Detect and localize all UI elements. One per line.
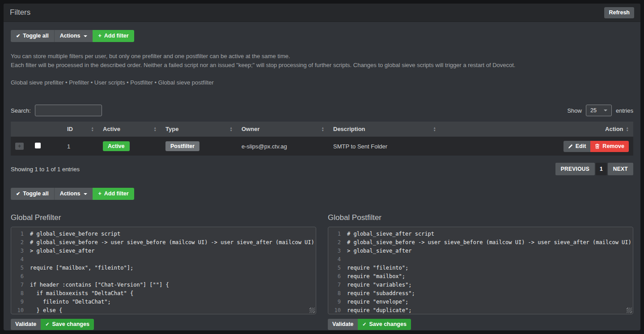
code-line: 3 > global_sieve_after xyxy=(328,247,633,255)
check-icon: ✔ xyxy=(16,34,20,38)
entries-label: entries xyxy=(616,107,633,114)
postfilter-editor[interactable]: 1 # global_sieve_after script 2 # global… xyxy=(328,227,633,314)
validate-button[interactable]: Validate xyxy=(328,319,358,330)
code-text: require "mailbox"; xyxy=(347,272,405,281)
line-number: 8 xyxy=(11,289,30,298)
refresh-button[interactable]: Refresh xyxy=(604,7,634,18)
add-filter-button[interactable]: + Add filter xyxy=(93,30,134,42)
edit-button[interactable]: Edit xyxy=(564,141,591,152)
row-checkbox[interactable] xyxy=(35,143,41,148)
active-badge[interactable]: Active xyxy=(103,141,130,151)
line-number: 6 xyxy=(328,272,347,281)
line-number: 9 xyxy=(328,298,347,306)
code-text: if header :contains ["Chat-Version"] [""… xyxy=(30,281,169,289)
page-size-wrap: Show 25 entries xyxy=(567,105,633,116)
header-active-label: Active xyxy=(103,126,120,132)
current-page[interactable]: 1 xyxy=(596,163,607,175)
toggle-all-button[interactable]: ✔ Toggle all xyxy=(11,30,54,42)
code-line: 4 xyxy=(11,255,316,264)
global-postfilter-section: Global Postfilter 1 # global_sieve_after… xyxy=(328,213,633,330)
filters-panel: Filters Refresh ✔ Toggle all Actions + A… xyxy=(4,4,640,330)
table-controls: Search: Show 25 entries xyxy=(11,105,633,116)
sort-icon: ▲▼ xyxy=(433,127,436,131)
sort-icon: ▲▼ xyxy=(91,127,94,131)
actions-button[interactable]: Actions xyxy=(54,30,93,42)
filters-page: Filters Refresh ✔ Toggle all Actions + A… xyxy=(0,0,644,334)
plus-icon: + xyxy=(98,190,101,197)
prefilter-editor[interactable]: 1 # global_sieve_before script 2 # globa… xyxy=(11,227,316,314)
code-line: 1 # global_sieve_after script xyxy=(328,230,633,238)
check-icon: ✓ xyxy=(45,322,49,327)
previous-page-button[interactable]: PREVIOUS xyxy=(555,163,595,175)
header-description[interactable]: Description ▲▼ xyxy=(329,122,441,136)
header-owner[interactable]: Owner ▲▼ xyxy=(237,122,329,136)
check-icon: ✔ xyxy=(16,191,20,196)
header-active[interactable]: Active ▲▼ xyxy=(98,122,161,136)
plus-icon: + xyxy=(18,144,21,149)
entries-summary: Showing 1 to 1 of 1 entries xyxy=(11,166,80,173)
actions-label: Actions xyxy=(60,33,80,39)
next-page-button[interactable]: NEXT xyxy=(608,163,633,175)
save-changes-button[interactable]: ✓ Save changes xyxy=(41,319,94,330)
code-line: 2 # global_sieve_before -> user sieve_be… xyxy=(11,238,316,247)
show-label: Show xyxy=(567,107,582,114)
line-number: 6 xyxy=(11,272,30,281)
validate-button[interactable]: Validate xyxy=(11,319,41,330)
row-expand-button[interactable]: + xyxy=(15,143,24,150)
postfilter-actions: Validate ✓ Save changes xyxy=(328,319,411,330)
search-label: Search: xyxy=(11,107,31,114)
line-number: 9 xyxy=(11,298,30,306)
info-line-1: You can store multiple filters per user,… xyxy=(11,53,290,59)
toggle-all-button[interactable]: ✔ Toggle all xyxy=(11,188,54,200)
prefilter-title: Global Prefilter xyxy=(11,213,316,222)
add-filter-label: Add filter xyxy=(104,33,129,39)
postfilter-code: 1 # global_sieve_after script 2 # global… xyxy=(328,230,633,314)
add-filter-label: Add filter xyxy=(104,190,129,197)
line-number: 1 xyxy=(11,230,30,238)
page-size-select[interactable]: 25 xyxy=(586,105,612,116)
code-text: } else { xyxy=(30,306,62,314)
validate-label: Validate xyxy=(15,321,36,328)
edit-label: Edit xyxy=(576,143,586,150)
resize-handle[interactable] xyxy=(309,308,315,313)
type-badge: Postfilter xyxy=(165,141,199,151)
cell-owner: e-slips@px.ctv.ag xyxy=(237,136,329,156)
row-actions: Edit Remove xyxy=(564,141,629,152)
code-line: 4 xyxy=(328,255,633,264)
code-text: require ["mailbox", "fileinto"]; xyxy=(30,264,133,272)
pencil-icon xyxy=(568,144,573,149)
line-number: 2 xyxy=(11,238,30,247)
header-id[interactable]: ID ▲▼ xyxy=(63,122,98,136)
code-line: 10 require "duplicate"; xyxy=(328,306,633,314)
line-number: 3 xyxy=(328,247,347,255)
line-number: 1 xyxy=(328,230,347,238)
save-changes-button[interactable]: ✓ Save changes xyxy=(358,319,411,330)
code-line: 5 require "fileinto"; xyxy=(328,264,633,272)
remove-button[interactable]: Remove xyxy=(590,141,629,152)
code-line: 7 require "variables"; xyxy=(328,281,633,289)
cell-id: 1 xyxy=(63,136,98,156)
toggle-all-label: Toggle all xyxy=(23,33,48,39)
actions-label: Actions xyxy=(60,190,80,197)
sort-icon: ▲▼ xyxy=(230,127,233,131)
info-line-2: Each filter will be processed in the des… xyxy=(11,62,515,68)
cell-description: SMTP to Sent Folder xyxy=(329,136,441,156)
header-type[interactable]: Type ▲▼ xyxy=(161,122,237,136)
line-number: 4 xyxy=(11,255,30,264)
header-action[interactable]: Action ▲▼ xyxy=(441,122,633,136)
check-icon: ✓ xyxy=(362,322,366,327)
caret-down-icon xyxy=(84,193,87,195)
filter-order-legend: Global sieve prefilter • Prefilter • Use… xyxy=(11,79,633,86)
code-text: # global_sieve_before -> user sieve_befo… xyxy=(30,238,316,247)
add-filter-button[interactable]: + Add filter xyxy=(93,188,134,200)
code-text: fileinto "DeltaChat"; xyxy=(30,298,111,306)
actions-button[interactable]: Actions xyxy=(54,188,93,200)
header-type-label: Type xyxy=(165,126,178,132)
code-line: 6 require "mailbox"; xyxy=(328,272,633,281)
line-number: 10 xyxy=(11,306,30,314)
resize-handle[interactable] xyxy=(627,308,632,313)
line-number: 8 xyxy=(328,289,347,298)
save-changes-label: Save changes xyxy=(52,321,89,328)
caret-down-icon xyxy=(84,35,87,37)
search-input[interactable] xyxy=(35,105,102,116)
